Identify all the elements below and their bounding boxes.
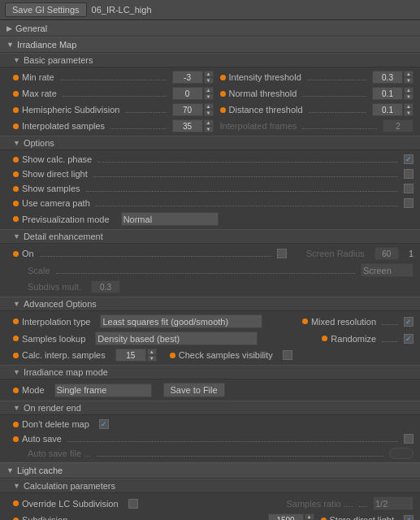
show-direct-light-row: Show direct light [0,167,420,181]
calc-interp-up[interactable]: ▲ [147,349,157,355]
mixed-res-dot [302,318,308,324]
min-rate-input-group[interactable]: -3 ▲ ▼ [172,71,214,84]
interp-down[interactable]: ▼ [204,126,214,132]
auto-save-checkbox[interactable] [404,434,414,444]
randomize-checkbox[interactable] [404,334,414,344]
general-section-label: General [15,24,47,33]
interp-up[interactable]: ▲ [204,119,214,126]
show-direct-light-checkbox[interactable] [404,169,414,179]
samples-ratio-label: Samples ratio .... [286,499,353,509]
dont-delete-checkbox[interactable] [99,419,109,429]
save-gi-settings-button[interactable]: Save GI Settings [5,2,87,17]
normal-threshold-input-group[interactable]: 0.1 ▲ ▼ [372,87,414,100]
show-calc-phase-checkbox[interactable] [404,154,414,164]
max-rate-spinner[interactable]: ▲ ▼ [204,87,214,100]
save-to-file-button[interactable]: Save to File [163,383,225,397]
screen-radius-label: Screen Radius [306,249,365,258]
samples-lookup-dropdown[interactable]: Density based (best) [95,332,258,345]
mode-label: Mode [22,385,45,395]
max-rate-down[interactable]: ▼ [204,93,214,100]
min-rate-spinner[interactable]: ▲ ▼ [204,71,214,84]
max-rate-up[interactable]: ▲ [204,87,214,93]
previz-mode-dropdown[interactable]: Normal [121,212,219,226]
interp-dot [13,124,19,129]
dist-up[interactable]: ▲ [404,103,414,110]
max-rate-input-group[interactable]: 0 ▲ ▼ [172,87,214,100]
max-rate-input[interactable]: 0 [172,87,203,100]
intensity-spinner[interactable]: ▲ ▼ [404,71,414,84]
dist-threshold-input[interactable]: 0.1 [372,103,403,116]
subdivision-input-group[interactable]: 1500 ▲ ▼ [268,514,314,520]
intensity-threshold-label: Intensity threshold [229,72,301,82]
hemi-up[interactable]: ▲ [204,103,214,110]
calc-interp-spinner[interactable]: ▲ ▼ [147,349,157,362]
show-samples-checkbox[interactable] [404,184,414,193]
basic-params-header[interactable]: ▼ Basic parameters [0,53,420,67]
irradiance-map-section-header[interactable]: ▼ Irradiance Map [0,37,420,53]
min-rate-input[interactable]: -3 [172,71,203,84]
dist-down[interactable]: ▼ [404,110,414,116]
normal-spinner[interactable]: ▲ ▼ [404,87,414,100]
hemi-spinner[interactable]: ▲ ▼ [204,103,214,116]
mixed-res-checkbox[interactable] [404,317,414,327]
irr-map-arrow-icon: ▼ [6,41,14,49]
normal-threshold-input[interactable]: 0.1 [372,87,403,100]
use-camera-path-checkbox[interactable] [404,198,414,208]
subdivision-leader [73,517,262,520]
subdivision-input[interactable]: 1500 [268,514,304,520]
on-render-end-header[interactable]: ▼ On render end [0,401,420,415]
mixed-res-label: Mixed resolution [311,317,376,327]
dont-delete-dot [13,422,19,427]
irr-mode-content: Mode Single frame Save to File [0,379,420,401]
distance-threshold-field: Distance threshold 0.1 ▲ ▼ [214,103,414,116]
normal-down[interactable]: ▼ [404,93,414,100]
options-header[interactable]: ▼ Options [0,136,420,150]
intensity-leader [307,74,366,80]
detail-on-checkbox[interactable] [277,249,287,258]
show-samples-label: Show samples [22,184,80,193]
advanced-options-label: Advanced Options [24,299,97,309]
hemi-subdiv-field: Hemispheric Subdivision 70 ▲ ▼ [13,103,214,116]
calc-interp-input[interactable]: 15 [115,349,146,362]
override-lc-checkbox[interactable] [128,499,138,509]
previz-dot [13,216,19,222]
light-cache-section-header[interactable]: ▼ Light cache [0,462,420,479]
interp-type-dropdown[interactable]: Least squares fit (good/smooth) [100,314,262,328]
hemi-subdiv-input[interactable]: 70 [172,103,203,116]
min-rate-down[interactable]: ▼ [204,77,214,84]
interp-samples-input-group[interactable]: 35 ▲ ▼ [172,119,214,132]
previz-mode-row: Previsualization mode Normal [0,210,420,228]
mixed-res-leader [382,318,398,325]
interp-spinner[interactable]: ▲ ▼ [204,119,214,132]
mode-dropdown[interactable]: Single frame [54,384,152,397]
intensity-threshold-input[interactable]: 0.3 [372,71,403,84]
advanced-options-header[interactable]: ▼ Advanced Options [0,297,420,311]
irr-map-mode-header[interactable]: ▼ Irradiance map mode [0,365,420,379]
auto-save-label: Auto save [22,434,62,444]
min-rate-up[interactable]: ▲ [204,71,214,77]
intensity-up[interactable]: ▲ [404,71,414,77]
hemi-down[interactable]: ▼ [204,110,214,116]
calc-interp-input-group[interactable]: 15 ▲ ▼ [115,349,157,362]
hemi-subdiv-input-group[interactable]: 70 ▲ ▼ [172,103,214,116]
show-calc-dot [13,157,19,162]
dist-threshold-input-group[interactable]: 0.1 ▲ ▼ [372,103,414,116]
store-direct-checkbox[interactable] [404,515,414,520]
normal-up[interactable]: ▲ [404,87,414,93]
intensity-down[interactable]: ▼ [404,77,414,84]
intensity-threshold-input-group[interactable]: 0.3 ▲ ▼ [372,71,414,84]
interp-frames-label: Interpolated frames [220,121,297,131]
max-rate-field: Max rate 0 ▲ ▼ [13,87,214,100]
samples-ratio-dropdown: 1/2 [373,496,414,510]
calc-interp-down[interactable]: ▼ [147,355,157,362]
check-samples-checkbox[interactable] [283,350,292,360]
dist-spinner[interactable]: ▲ ▼ [404,103,414,116]
detail-enhancement-header[interactable]: ▼ Detail enhancement [0,229,420,244]
subdivision-spinner[interactable]: ▲ ▼ [305,514,314,520]
general-section-header[interactable]: ▶ General [0,20,420,37]
interp-samples-input[interactable]: 35 [172,119,203,132]
min-rate-label: Min rate [22,72,54,82]
calc-params-header[interactable]: ▼ Calculation parameters [0,479,420,493]
subdivs-mult-input: 0.3 [91,280,120,293]
subdivision-up[interactable]: ▲ [305,514,314,520]
